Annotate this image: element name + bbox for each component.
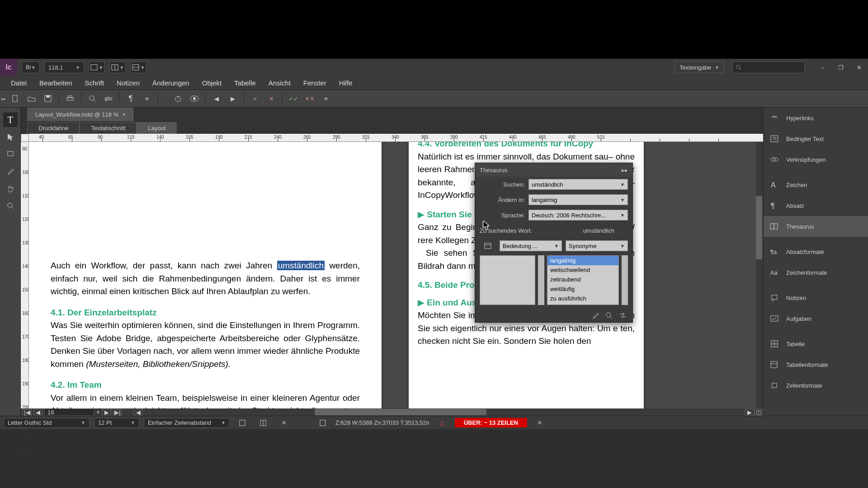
collapse-panel-icon[interactable]: ▸▸ [622,167,628,174]
synonym-item[interactable]: langatmig [547,256,618,265]
open-button[interactable] [24,91,40,106]
meaning-select[interactable]: Bedeutung ...▼ [500,240,562,251]
menu-schrift[interactable]: Schrift [79,76,111,89]
reject-all-button[interactable]: ✕✕ [302,91,318,106]
font-family-select[interactable]: Letter Gothic Std▼ [4,418,90,428]
nav-prev-button[interactable]: ◀ [208,91,225,106]
panel-bedingter-text[interactable]: Bedingter Text [764,128,868,149]
zoom-select[interactable]: 118,1▼ [44,61,84,73]
spellcheck-button[interactable]: abc [100,91,117,106]
panel-tabelle[interactable]: Tabelle [764,333,868,354]
prev-page-button[interactable]: ◀ [33,409,42,415]
workspace-select[interactable]: Texteingabe▼ [675,61,724,73]
ruler-horizontal[interactable]: 4065901151401651902152402652903153403653… [29,134,763,142]
new-button[interactable] [7,91,24,106]
ruler-origin[interactable] [21,134,29,142]
thesaurus-change-field[interactable]: langatmig▼ [528,194,628,205]
nav-next-button[interactable]: ▶ [225,91,241,106]
thesaurus-search-field[interactable]: umständlich▼ [528,179,628,190]
view-textabschnitt[interactable]: Textabschnitt [80,122,137,134]
panel-absatzformate[interactable]: ¶aAbsatzformate [764,241,868,262]
menu-ansicht[interactable]: Ansicht [262,76,297,89]
next-page-button[interactable]: ▶ [102,409,111,415]
panel-zeichenformate[interactable]: AaZeichenformate [764,262,868,283]
page-number-field[interactable]: 18 [44,408,94,416]
relation-select[interactable]: Synonyme▼ [566,240,628,251]
hscroll-left[interactable]: ◀ [134,409,143,415]
document-canvas[interactable]: Auch ein Workflow, der passt, kann nach … [29,142,756,408]
first-page-button[interactable]: |◀ [23,409,32,415]
last-page-button[interactable]: ▶| [113,409,122,415]
menu-aenderungen[interactable]: Änderungen [146,76,196,89]
menu-datei[interactable]: Datei [5,76,33,89]
panel-hyperlinks[interactable]: Hyperlinks [764,108,868,128]
list-scrollbar[interactable] [538,255,544,305]
thesaurus-load-button[interactable] [480,239,496,253]
type-tool[interactable]: T [3,113,18,127]
menu-objekt[interactable]: Objekt [196,76,228,89]
find-button[interactable] [84,91,100,106]
synonym-item[interactable]: zeitraubend [547,275,618,284]
thesaurus-change-button[interactable] [619,312,627,319]
menu-fenster[interactable]: Fenster [297,76,333,89]
accept-button[interactable]: ✓ [247,91,263,106]
font-size-select[interactable]: 12 Pt▼ [94,418,139,428]
ruler-vertical[interactable]: 9010011012013014015016017018019020021022… [21,142,29,408]
power-button[interactable] [170,91,186,106]
screen-mode-button[interactable]: ▼ [89,61,105,73]
menu-hilfe[interactable]: Hilfe [333,76,359,89]
bridge-button[interactable]: Br ▼ [22,61,40,73]
menu2-icon[interactable]: ≡ [318,91,334,106]
panel-tabellenformate[interactable]: Tabellenformate [764,354,868,375]
zoom-tool[interactable] [3,198,18,213]
document-tab[interactable]: Layout_Workflow.indd @ 118 % × [27,108,134,121]
synonym-item[interactable]: zu ausführlich [547,294,618,303]
panel-aufgaben[interactable]: Aufgaben [764,308,868,329]
close-tab-icon[interactable]: × [122,111,126,118]
maximize-button[interactable]: ❐ [832,61,850,74]
view-options-button[interactable]: ▼ [130,61,146,73]
panel-zellenformate[interactable]: Zellenformate [764,375,868,396]
save-button[interactable] [40,91,56,106]
thesaurus-eyedropper-button[interactable] [592,312,599,319]
columns-2-button[interactable] [255,416,271,430]
accept-all-button[interactable]: ✓✓ [285,91,302,106]
position-tool[interactable] [3,130,18,144]
synonym-item[interactable]: weitschweifend [547,265,618,275]
synonyms-list[interactable]: langatmigweitschweifendzeitraubendweitlä… [547,255,619,305]
leading-select[interactable]: Einfacher Zeilenabstand▼ [144,418,230,428]
panel-verknüpfungen[interactable]: Verknüpfungen [764,149,868,170]
reject-button[interactable]: ✕ [263,91,279,106]
meanings-list[interactable] [480,255,535,305]
eyedropper-tool[interactable] [3,164,18,178]
split-view-button[interactable]: ◫ [754,409,763,415]
pilcrow-button[interactable]: ¶ [123,91,139,106]
minimize-button[interactable]: – [814,61,832,74]
close-button[interactable]: ✕ [850,61,868,74]
view-druckfahne[interactable]: Druckfahne [27,122,80,134]
menu-icon[interactable]: ≡ [139,91,155,106]
preview-button[interactable] [186,91,203,106]
view-layout[interactable]: Layout [137,122,177,134]
hand-tool[interactable] [3,181,18,196]
panel-thesaurus[interactable]: Thesaurus [764,216,868,237]
search-field[interactable] [732,61,805,73]
thesaurus-language-select[interactable]: Deutsch: 2006 Rechtschre...▼ [528,210,628,221]
menu-notizen[interactable]: Notizen [110,76,146,89]
hscroll-right[interactable]: ▶ [745,409,754,415]
arrange-button[interactable]: ▼ [109,61,126,73]
overset-indicator[interactable]: ÜBER: ~ 13 ZEILEN [455,418,527,427]
note-tool[interactable] [3,147,18,161]
panel-notizen[interactable]: Notizen [764,287,868,308]
panel-absatz[interactable]: ¶Absatz [764,195,868,216]
horizontal-scrollbar[interactable] [143,409,745,415]
panel-zeichen[interactable]: AZeichen [764,174,868,195]
menu-bearbeiten[interactable]: Bearbeiten [33,76,79,89]
menu-tabelle[interactable]: Tabelle [228,76,262,89]
columns-1-button[interactable] [234,416,250,430]
list-scrollbar-2[interactable] [622,255,628,305]
synonym-item[interactable]: weitläufig [547,284,618,294]
thesaurus-lookup-button[interactable] [605,312,613,319]
vertical-scrollbar[interactable] [756,142,763,408]
print-button[interactable] [62,91,78,106]
